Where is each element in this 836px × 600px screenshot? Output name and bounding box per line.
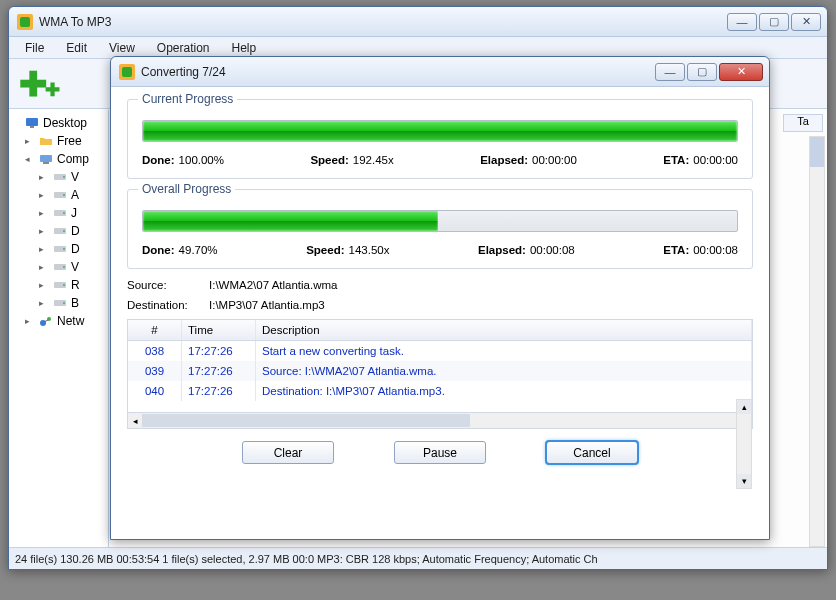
tree-toggle-icon[interactable]: ▸ xyxy=(39,280,49,290)
tree-item-netw[interactable]: ▸Netw xyxy=(11,312,106,330)
close-button[interactable]: ✕ xyxy=(791,13,821,31)
current-elapsed-label: Elapsed: xyxy=(480,154,528,166)
scroll-up-icon[interactable]: ▴ xyxy=(737,400,751,414)
tree-toggle-icon[interactable]: ▸ xyxy=(39,226,49,236)
overall-progress-title: Overall Progress xyxy=(138,182,235,196)
dialog-close-button[interactable]: ✕ xyxy=(719,63,763,81)
pause-button[interactable]: Pause xyxy=(394,441,486,464)
tree-item-d[interactable]: ▸D xyxy=(11,222,106,240)
cancel-button[interactable]: Cancel xyxy=(546,441,638,464)
tree-item-a[interactable]: ▸A xyxy=(11,186,106,204)
tree-toggle-icon[interactable]: ◂ xyxy=(25,154,35,164)
current-speed-value: 192.45x xyxy=(353,154,394,166)
log-row[interactable]: 03917:27:26Source: I:\WMA2\07 Atlantia.w… xyxy=(128,361,752,381)
tree-toggle-icon[interactable]: ▸ xyxy=(39,298,49,308)
tree-toggle-icon[interactable]: ▸ xyxy=(39,244,49,254)
svg-rect-5 xyxy=(43,162,49,164)
tree-label: D xyxy=(71,242,80,256)
menu-view[interactable]: View xyxy=(99,39,145,57)
drive-icon xyxy=(53,207,67,219)
tree-toggle-icon[interactable]: ▸ xyxy=(39,190,49,200)
log-row[interactable]: 03817:27:26Start a new converting task. xyxy=(128,341,752,361)
network-icon xyxy=(39,315,53,327)
log-num: 039 xyxy=(128,361,182,381)
log-table: # Time Description 03817:27:26Start a ne… xyxy=(127,319,753,413)
source-row: Source: I:\WMA2\07 Atlantia.wma xyxy=(127,279,753,291)
current-progress-bar xyxy=(142,120,738,142)
main-titlebar[interactable]: WMA To MP3 — ▢ ✕ xyxy=(9,7,827,37)
column-header-ta[interactable]: Ta xyxy=(783,114,823,132)
tree-toggle-icon[interactable]: ▸ xyxy=(25,316,35,326)
overall-elapsed-label: Elapsed: xyxy=(478,244,526,256)
tree-toggle-icon[interactable]: ▸ xyxy=(25,136,35,146)
current-done-label: Done: xyxy=(142,154,175,166)
overall-speed-label: Speed: xyxy=(306,244,344,256)
log-desc: Source: I:\WMA2\07 Atlantia.wma. xyxy=(256,361,752,381)
vertical-scrollbar[interactable] xyxy=(809,136,825,547)
add-small-icon[interactable]: ✚ xyxy=(45,79,60,101)
add-icon[interactable]: ✚ xyxy=(19,64,47,104)
tree-label: B xyxy=(71,296,79,310)
overall-eta-value: 00:00:08 xyxy=(693,244,738,256)
log-row[interactable]: 04017:27:26Destination: I:\MP3\07 Atlant… xyxy=(128,381,752,401)
svg-point-9 xyxy=(63,194,65,196)
tree-item-b[interactable]: ▸B xyxy=(11,294,106,312)
source-label: Source: xyxy=(127,279,199,291)
drive-icon xyxy=(53,261,67,273)
dialog-title: Converting 7/24 xyxy=(141,65,655,79)
overall-progress-bar xyxy=(142,210,738,232)
current-progress-stats: Done:100.00% Speed:192.45x Elapsed:00:00… xyxy=(142,154,738,166)
menu-help[interactable]: Help xyxy=(222,39,267,57)
overall-progress-group: Overall Progress Done:49.70% Speed:143.5… xyxy=(127,189,753,269)
log-desc: Start a new converting task. xyxy=(256,341,752,361)
log-header-desc[interactable]: Description xyxy=(256,320,752,340)
tree-toggle-icon[interactable]: ▸ xyxy=(39,208,49,218)
log-hscrollbar[interactable]: ◂ ▸ xyxy=(127,413,753,429)
destination-label: Destination: xyxy=(127,299,199,311)
tree-pane[interactable]: Desktop▸Free◂Comp▸V▸A▸J▸D▸D▸V▸R▸B▸Netw xyxy=(9,110,109,547)
scroll-down-icon[interactable]: ▾ xyxy=(737,474,751,488)
log-header-num[interactable]: # xyxy=(128,320,182,340)
current-progress-title: Current Progress xyxy=(138,92,237,106)
current-progress-group: Current Progress Done:100.00% Speed:192.… xyxy=(127,99,753,179)
tree-item-r[interactable]: ▸R xyxy=(11,276,106,294)
dialog-buttons: Clear Pause Cancel xyxy=(127,441,753,464)
dialog-titlebar[interactable]: Converting 7/24 — ▢ ✕ xyxy=(111,57,769,87)
current-progress-fill xyxy=(143,121,737,141)
minimize-button[interactable]: — xyxy=(727,13,757,31)
tree-label: V xyxy=(71,170,79,184)
overall-done-label: Done: xyxy=(142,244,175,256)
drive-icon xyxy=(53,297,67,309)
log-desc: Destination: I:\MP3\07 Atlantia.mp3. xyxy=(256,381,752,401)
dialog-minimize-button[interactable]: — xyxy=(655,63,685,81)
computer-icon xyxy=(39,153,53,165)
svg-rect-4 xyxy=(40,155,52,162)
tree-item-v[interactable]: ▸V xyxy=(11,258,106,276)
menu-operation[interactable]: Operation xyxy=(147,39,220,57)
tree-item-d[interactable]: ▸D xyxy=(11,240,106,258)
log-vscrollbar[interactable]: ▴ ▾ xyxy=(736,399,752,489)
maximize-button[interactable]: ▢ xyxy=(759,13,789,31)
tree-label: Free xyxy=(57,134,82,148)
menu-file[interactable]: File xyxy=(15,39,54,57)
menu-edit[interactable]: Edit xyxy=(56,39,97,57)
tree-label: Netw xyxy=(57,314,84,328)
log-header-time[interactable]: Time xyxy=(182,320,256,340)
drive-icon xyxy=(53,225,67,237)
dialog-icon xyxy=(119,64,135,80)
log-header[interactable]: # Time Description xyxy=(128,320,752,341)
tree-item-j[interactable]: ▸J xyxy=(11,204,106,222)
clear-button[interactable]: Clear xyxy=(242,441,334,464)
scroll-left-icon[interactable]: ◂ xyxy=(128,416,142,426)
tree-toggle-icon[interactable]: ▸ xyxy=(39,262,49,272)
tree-toggle-icon[interactable]: ▸ xyxy=(39,172,49,182)
tree-label: A xyxy=(71,188,79,202)
hscroll-thumb[interactable] xyxy=(142,414,470,427)
current-eta-value: 00:00:00 xyxy=(693,154,738,166)
tree-item-v[interactable]: ▸V xyxy=(11,168,106,186)
tree-item-desktop[interactable]: Desktop xyxy=(11,114,106,132)
tree-item-free[interactable]: ▸Free xyxy=(11,132,106,150)
dialog-maximize-button[interactable]: ▢ xyxy=(687,63,717,81)
log-body[interactable]: 03817:27:26Start a new converting task.0… xyxy=(128,341,752,412)
tree-item-comp[interactable]: ◂Comp xyxy=(11,150,106,168)
